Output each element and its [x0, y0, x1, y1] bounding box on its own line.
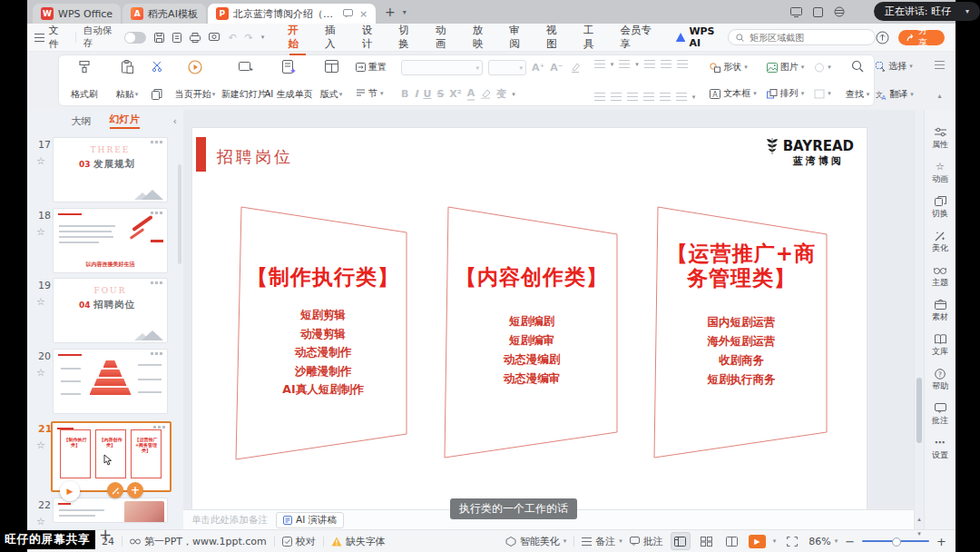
slide-21-thumbnail-selected[interactable]: 【制作执行类】 【内容创作类】 【运营推广+商务管理类】 ▶ + [51, 421, 172, 492]
italic-button[interactable]: I [414, 88, 417, 100]
paste-button[interactable]: 粘贴▾ [109, 58, 145, 103]
textbox-button[interactable]: A 文本框▾ [710, 87, 757, 100]
notes-button[interactable]: 备注▾ [582, 535, 622, 548]
export-icon[interactable] [172, 33, 181, 43]
missing-font-warning[interactable]: 缺失字体 [331, 535, 386, 548]
menu-animation[interactable]: 动画 [436, 24, 456, 51]
favorite-star-icon[interactable]: ☆ [36, 155, 45, 167]
slide-19-thumbnail[interactable]: FOUR 04 招聘岗位 [53, 278, 168, 343]
slide-title[interactable]: 招聘岗位 [217, 146, 293, 168]
proofread-button[interactable]: 校对 [282, 535, 316, 548]
bullet-list-icon[interactable] [594, 60, 605, 68]
favorite-star-icon[interactable]: ☆ [36, 296, 45, 308]
strikethrough-button[interactable]: S [436, 88, 444, 100]
rail-transition[interactable]: 切换 [932, 195, 948, 220]
chevron-down-icon[interactable]: ▾ [965, 7, 969, 15]
slide-canvas[interactable]: 招聘岗位 BAYREAD 蓝湾博阅 【制作执行类】 短剧剪辑 动漫剪辑 [192, 128, 867, 509]
line-spacing-icon[interactable] [676, 93, 687, 101]
reset-slide-button[interactable]: 重置 [356, 61, 387, 74]
quickbar-chevron-icon[interactable]: ▾ [261, 34, 265, 41]
tab-docer-ai[interactable]: A 稻壳AI模板 [122, 4, 206, 24]
format-painter-button[interactable]: 格式刷 [66, 58, 103, 103]
ai-generate-page-button[interactable]: AI 生成单页 [270, 58, 307, 103]
play-from-current-button[interactable]: 当页开始▾ [177, 58, 213, 103]
menu-design[interactable]: 设计 [362, 24, 382, 51]
copy-icon[interactable] [152, 89, 162, 100]
shrink-font-button[interactable]: A⁻ [550, 62, 563, 74]
tab-close-icon[interactable]: × [359, 8, 368, 20]
collapse-ribbon-icon[interactable]: ▴ [937, 92, 941, 100]
translate-button[interactable]: 文A 翻译▾ [876, 88, 914, 101]
comment-button[interactable]: 批注 [630, 535, 663, 548]
zoom-in-button[interactable]: + [936, 535, 946, 548]
thumbs-scrollbar[interactable] [178, 164, 181, 264]
search-input[interactable] [748, 32, 867, 44]
slide-20-thumbnail[interactable] [53, 349, 168, 414]
beautify-magic-button[interactable] [107, 482, 123, 498]
font-size-select[interactable]: ▾ [488, 60, 526, 75]
find-icon[interactable] [851, 60, 864, 73]
zoom-out-button[interactable]: − [845, 535, 855, 548]
increase-indent-icon[interactable] [661, 60, 671, 68]
wps-ai-button[interactable]: WPS AI [676, 25, 729, 49]
autosave-toggle[interactable] [124, 32, 146, 44]
fullscreen-button[interactable] [783, 533, 801, 549]
align-right-icon[interactable] [627, 93, 638, 101]
font-name-select[interactable]: ▾ [401, 60, 483, 75]
menu-home[interactable]: 开始 [288, 24, 308, 51]
zoom-level[interactable]: 86%▾ [808, 536, 838, 547]
favorite-star-icon[interactable]: ☆ [36, 367, 45, 379]
highlight-color-icon[interactable] [480, 89, 491, 99]
underline-button[interactable]: U [423, 88, 431, 100]
play-slide-button[interactable]: ▶ [60, 481, 80, 501]
zoom-slider[interactable] [862, 540, 929, 542]
rail-assets[interactable]: 素材 [932, 299, 948, 323]
zoom-slider-knob[interactable] [892, 537, 901, 547]
cloud-upload-icon[interactable] [876, 31, 889, 44]
favorite-star-icon[interactable]: ☆ [36, 226, 45, 238]
file-menu[interactable]: 文件 [34, 24, 68, 51]
scrollbar-thumb[interactable] [916, 378, 922, 443]
rail-library[interactable]: 文库 [932, 333, 948, 358]
tab-wps-office[interactable]: W WPS Office [33, 4, 121, 24]
menu-view[interactable]: 视图 [546, 24, 566, 51]
maximize-icon[interactable] [813, 7, 823, 17]
search-box[interactable] [728, 29, 876, 45]
slide-17-thumbnail[interactable]: THREE 03 发展规划 [53, 137, 168, 202]
layout-button[interactable]: 版式▾ [313, 58, 349, 103]
print-icon[interactable] [190, 33, 201, 43]
meeting-speaking-pill[interactable]: 正在讲话: 旺仔 ▾ [874, 2, 980, 21]
next-slide-button[interactable]: ▾ [915, 527, 924, 539]
menu-transition[interactable]: 切换 [398, 24, 418, 51]
font-color-button[interactable]: A [467, 87, 475, 101]
menu-review[interactable]: 审阅 [509, 24, 529, 51]
task-list-icon[interactable] [935, 61, 945, 69]
ai-speech-button[interactable]: AI 演讲稿 [276, 512, 344, 528]
superscript-button[interactable]: X² [449, 88, 461, 100]
notes-placeholder[interactable]: 单击此处添加备注 [191, 514, 268, 527]
undo-icon[interactable]: ↶ [228, 32, 236, 44]
grow-font-button[interactable]: A⁺ [532, 62, 544, 74]
rail-properties[interactable]: 属性 [932, 126, 948, 151]
tab-list-chevron-icon[interactable]: ▾ [403, 8, 407, 16]
bold-button[interactable]: B [401, 88, 408, 100]
panel-production[interactable]: 【制作执行类】 短剧剪辑 动漫剪辑 动态漫制作 沙雕漫制作 AI真人短剧制作 [234, 205, 412, 461]
new-tab-button[interactable]: + [385, 5, 396, 19]
decrease-indent-icon[interactable] [644, 60, 655, 68]
normal-view-button[interactable] [671, 532, 691, 550]
shapes-button[interactable]: 形状▾ [710, 61, 757, 74]
slide-18-thumbnail[interactable]: 以内容连接美好生活 [53, 208, 168, 273]
cast-icon[interactable] [790, 7, 802, 17]
rail-theme[interactable]: 主题 [932, 264, 948, 289]
clear-format-icon[interactable] [569, 63, 580, 73]
section-button[interactable]: 节▾ [356, 87, 387, 100]
rail-comments[interactable]: 批注 [932, 402, 948, 427]
panel-content-creation[interactable]: 【内容创作类】 短剧编剧 短剧编审 动态漫编剧 动态漫编审 [443, 205, 621, 461]
tab-chat-icon[interactable] [343, 9, 353, 18]
columns-icon[interactable] [660, 93, 671, 101]
collapse-panel-icon[interactable]: ‹ [173, 115, 177, 127]
reading-view-button[interactable] [723, 533, 741, 549]
text-effects-button[interactable]: 变 [496, 87, 506, 101]
add-slide-quick-button[interactable]: + [127, 482, 143, 498]
redo-icon[interactable]: ↷ [245, 32, 253, 44]
